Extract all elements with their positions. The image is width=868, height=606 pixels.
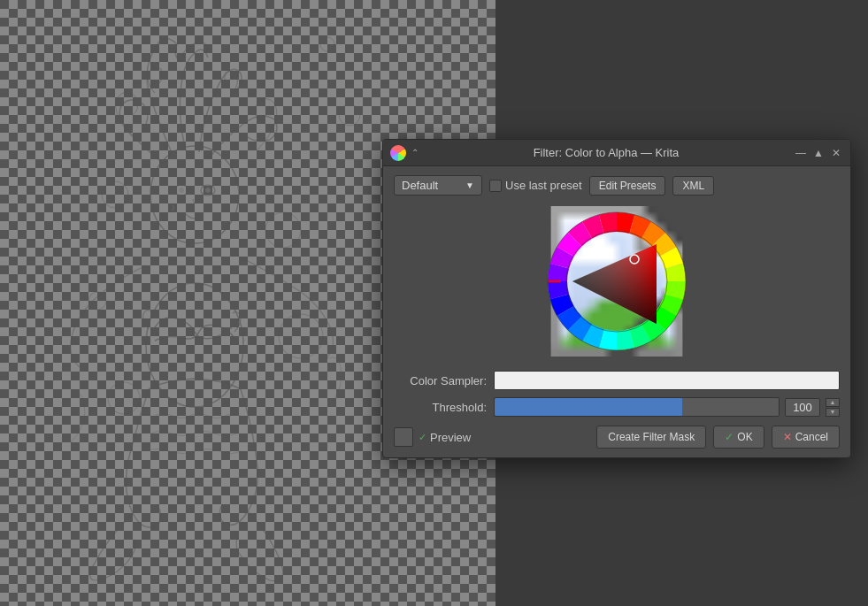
spinner-down-button[interactable]: ▼ <box>826 408 840 417</box>
preset-dropdown[interactable]: Default ▼ <box>394 175 482 196</box>
svg-point-1 <box>150 146 239 243</box>
color-sampler-bar[interactable] <box>494 371 840 390</box>
toolbar-row: Default ▼ Use last preset Edit Presets X… <box>394 175 840 196</box>
edit-presets-button[interactable]: Edit Presets <box>589 176 666 196</box>
ok-button[interactable]: ✓ OK <box>713 426 764 449</box>
svg-point-0 <box>146 283 243 407</box>
threshold-row: Threshold: 100 ▲ ▼ <box>394 397 840 417</box>
threshold-track[interactable] <box>494 397 780 417</box>
title-bar-left: ⌃ <box>390 145 419 161</box>
svg-point-5 <box>279 314 323 358</box>
maximize-button[interactable]: ▲ <box>811 146 826 160</box>
close-button[interactable]: ✕ <box>829 146 843 160</box>
svg-point-7 <box>339 104 360 126</box>
svg-point-8 <box>320 37 334 51</box>
chevron-up-icon[interactable]: ⌃ <box>411 148 419 157</box>
cancel-button[interactable]: ✕ Cancel <box>772 426 840 449</box>
create-filter-mask-button[interactable]: Create Filter Mask <box>596 426 706 449</box>
xml-button[interactable]: XML <box>672 176 714 196</box>
minimize-button[interactable]: — <box>794 146 808 160</box>
svg-point-3 <box>88 292 106 310</box>
ok-label: OK <box>737 431 752 443</box>
color-sampler-row: Color Sampler: <box>394 371 840 390</box>
use-last-preset-label: Use last preset <box>505 179 582 192</box>
create-filter-mask-label: Create Filter Mask <box>608 431 695 443</box>
preview-label: Preview <box>430 431 471 444</box>
preset-label: Default <box>402 179 438 192</box>
cancel-label: Cancel <box>795 431 828 443</box>
krita-logo <box>390 145 406 161</box>
use-last-preset-box <box>489 180 502 192</box>
svg-point-12 <box>205 188 211 193</box>
dialog-content: Default ▼ Use last preset Edit Presets X… <box>383 166 850 457</box>
preview-area: ✓ Preview <box>394 427 589 447</box>
dropdown-arrow-icon: ▼ <box>465 180 474 190</box>
filter-dialog: ⌃ Filter: Color to Alpha — Krita — ▲ ✕ D… <box>382 139 851 458</box>
svg-point-4 <box>265 212 301 248</box>
cancel-icon: ✕ <box>783 431 792 443</box>
use-last-preset-checkbox[interactable]: Use last preset <box>489 179 582 192</box>
spinner-up-button[interactable]: ▲ <box>826 398 840 407</box>
preview-thumbnail <box>394 427 413 447</box>
threshold-spinner: ▲ ▼ <box>826 398 840 417</box>
window-controls: — ▲ ✕ <box>794 146 843 160</box>
ok-icon: ✓ <box>725 431 734 443</box>
check-icon: ✓ <box>419 432 426 443</box>
title-bar: ⌃ Filter: Color to Alpha — Krita — ▲ ✕ <box>383 140 850 166</box>
action-row: ✓ Preview Create Filter Mask ✓ OK ✕ Canc… <box>394 426 840 449</box>
threshold-value: 100 <box>785 398 820 417</box>
preview-checkbox[interactable]: ✓ Preview <box>419 431 471 444</box>
threshold-container: 100 ▲ ▼ <box>494 397 840 417</box>
color-wheel-svg <box>542 206 692 357</box>
color-sampler-label: Color Sampler: <box>394 374 487 387</box>
threshold-fill <box>495 398 682 416</box>
svg-point-2 <box>102 181 128 208</box>
color-wheel[interactable] <box>542 206 692 357</box>
color-wheel-container <box>394 206 840 357</box>
svg-point-11 <box>179 188 184 193</box>
threshold-label: Threshold: <box>394 401 487 414</box>
dialog-title: Filter: Color to Alpha — Krita <box>419 146 794 159</box>
svg-point-6 <box>108 382 140 414</box>
